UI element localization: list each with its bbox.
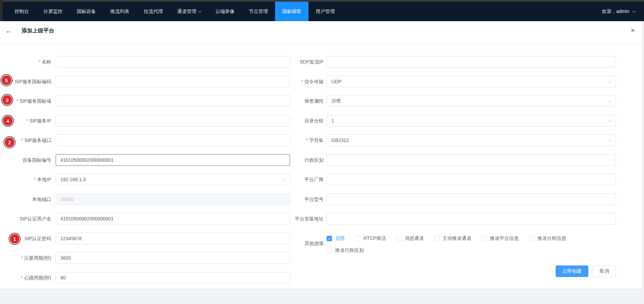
name-label: *名称	[0, 56, 56, 68]
message-channel-checkbox[interactable]: 消息通道	[396, 235, 424, 242]
scrollbar[interactable]	[641, 21, 644, 304]
form-row-secrecy-attribute: 保密属性涉密	[290, 95, 616, 107]
active-push-channel-checkbox[interactable]: 主动推送通道	[434, 235, 471, 242]
rtcp-keepalive-checkbox-label: RTCP保活	[363, 235, 386, 242]
form-row-heartbeat-period: *心跳周期(秒)60	[0, 272, 290, 284]
nav-tabs: 控制台分屏监控国标设备推流列表拉流代理通道管理云端录像节点管理国标级联用户管理	[8, 2, 342, 21]
annotation-marker-3: 3	[2, 95, 12, 105]
local-port-input[interactable]: 35060	[56, 193, 290, 205]
sdp-send-ip-label: SDP发流IP	[290, 56, 327, 68]
secrecy-attribute-value: 涉密	[331, 98, 341, 104]
charset-select[interactable]: GB2312	[327, 134, 616, 146]
form-row-platform-vendor: 平台厂商	[290, 174, 616, 185]
form-row-sdp-send-ip: SDP发流IP	[290, 56, 616, 68]
user-menu[interactable]: 欢迎，admin	[602, 2, 644, 21]
admin-division-input[interactable]	[327, 154, 616, 166]
page-title: 添加上级平台	[22, 27, 54, 34]
sip-auth-password-input[interactable]: 12345678	[56, 233, 290, 244]
required-asterisk: *	[12, 79, 13, 84]
checkbox-row-2: 推送行政区划	[327, 247, 576, 254]
header-divider	[16, 28, 17, 33]
form-row-sip-server-gb-code: *SIP服务国标编码	[0, 76, 290, 87]
push-platform-info-checkbox[interactable]: 推送平台信息	[482, 235, 519, 242]
platform-vendor-input[interactable]	[327, 174, 616, 185]
push-platform-info-checkbox-box	[482, 236, 487, 241]
rtcp-keepalive-checkbox[interactable]: RTCP保活	[355, 235, 386, 242]
heartbeat-period-value: 60	[60, 275, 66, 280]
cancel-button[interactable]: 取消	[593, 265, 616, 277]
annotation-marker-2: 2	[5, 137, 14, 147]
catalog-group-label: 目录分组	[290, 115, 327, 127]
nav-tab-node-management[interactable]: 节点管理	[242, 2, 275, 21]
sip-auth-username-input[interactable]: 41010500002000000001	[56, 213, 290, 225]
device-gb-code-input[interactable]: 41010500002000000001	[56, 154, 290, 166]
signaling-transport-value: UDP	[331, 79, 342, 84]
push-group-info-checkbox[interactable]: 推送分组信息	[529, 235, 566, 242]
form-row-local-ip: *本地IP192.168.1.3	[0, 174, 290, 185]
sip-auth-username-label: SIP认证用户名	[0, 213, 56, 225]
nav-tab-console[interactable]: 控制台	[8, 2, 36, 21]
local-ip-select[interactable]: 192.168.1.3	[56, 174, 290, 185]
nav-tab-gb-devices[interactable]: 国标设备	[70, 2, 103, 21]
form-actions: 立即创建 取消	[290, 265, 616, 277]
form-row-admin-division: 行政区划	[290, 154, 616, 166]
app-window: 控制台分屏监控国标设备推流列表拉流代理通道管理云端录像节点管理国标级联用户管理 …	[0, 0, 644, 304]
create-button[interactable]: 立即创建	[556, 265, 588, 277]
sdp-send-ip-input[interactable]	[327, 56, 616, 68]
form-row-sip-server-gb-domain: *SIP服务国标域	[0, 95, 290, 107]
nav-tab-label: 通道管理	[177, 9, 196, 15]
annotation-marker-1: 1	[10, 234, 19, 244]
active-push-channel-checkbox-label: 主动推送通道	[443, 235, 471, 242]
enable-checkbox[interactable]: 启用	[327, 235, 345, 242]
form-row-platform-model: 平台型号	[290, 193, 616, 205]
nav-tab-cloud-recording[interactable]: 云端录像	[208, 2, 242, 21]
platform-install-address-input[interactable]	[327, 213, 616, 225]
device-gb-code-value: 41010500002000000001	[60, 157, 114, 163]
nav-tab-gb-cascade[interactable]: 国标级联	[275, 2, 309, 21]
close-icon[interactable]: ✕	[631, 28, 635, 33]
top-nav: 控制台分屏监控国标设备推流列表拉流代理通道管理云端录像节点管理国标级联用户管理 …	[0, 2, 644, 21]
heartbeat-period-input[interactable]: 60	[56, 272, 290, 284]
push-group-info-checkbox-label: 推送分组信息	[538, 235, 566, 242]
form-row-platform-install-address: 平台安装地址	[290, 213, 616, 225]
nav-tab-channel-management[interactable]: 通道管理	[170, 2, 208, 21]
secrecy-attribute-select[interactable]: 涉密	[327, 95, 616, 107]
nav-tab-label: 拉流代理	[144, 9, 163, 15]
required-asterisk: *	[21, 255, 23, 261]
sip-server-port-input[interactable]	[56, 134, 290, 146]
charset-label: *字符集	[290, 134, 327, 146]
signaling-transport-select[interactable]: UDP	[327, 76, 616, 87]
required-asterisk: *	[21, 275, 23, 280]
required-asterisk: *	[34, 177, 35, 182]
nav-tab-pull-stream-proxy[interactable]: 拉流代理	[137, 2, 170, 21]
form-row-register-period: *注册周期(秒)3600	[0, 252, 290, 264]
form-row-other-options: 其他选项 启用RTCP保活消息通道主动推送通道推送平台信息推送分组信息 推送行政…	[290, 233, 616, 254]
back-arrow-icon[interactable]: ←	[5, 28, 12, 34]
push-admin-division-checkbox[interactable]: 推送行政区划	[327, 247, 364, 254]
sip-server-ip-input[interactable]	[56, 115, 290, 127]
page-header: ← 添加上级平台 ✕	[0, 21, 641, 45]
sip-server-gb-domain-input[interactable]	[56, 95, 290, 107]
form-row-sip-server-port: *SIP服务端口	[0, 134, 290, 146]
enable-checkbox-label: 启用	[335, 235, 345, 242]
nav-tab-label: 节点管理	[249, 9, 268, 15]
device-gb-code-label: 设备国标编号	[0, 154, 56, 166]
nav-tab-push-stream-list[interactable]: 推流列表	[103, 2, 137, 21]
register-period-input[interactable]: 3600	[56, 252, 290, 264]
catalog-group-select[interactable]: 1	[327, 115, 616, 127]
nav-tab-split-screen-monitor[interactable]: 分屏监控	[36, 2, 70, 21]
form-row-sip-auth-username: SIP认证用户名41010500002000000001	[0, 213, 290, 225]
nav-tab-label: 国标级联	[282, 9, 301, 15]
local-ip-label: *本地IP	[0, 174, 56, 185]
required-asterisk: *	[26, 118, 28, 124]
nav-tab-label: 分屏监控	[43, 9, 62, 15]
form-row-local-port: 本地端口35060	[0, 193, 290, 205]
name-input[interactable]	[56, 56, 290, 68]
platform-model-input[interactable]	[327, 193, 616, 205]
nav-tab-user-management[interactable]: 用户管理	[309, 2, 342, 21]
push-group-info-checkbox-box	[529, 236, 534, 241]
platform-install-address-label: 平台安装地址	[290, 213, 327, 225]
sip-server-gb-code-input[interactable]	[56, 76, 290, 87]
required-asterisk: *	[301, 79, 303, 84]
nav-tab-label: 用户管理	[316, 9, 335, 15]
